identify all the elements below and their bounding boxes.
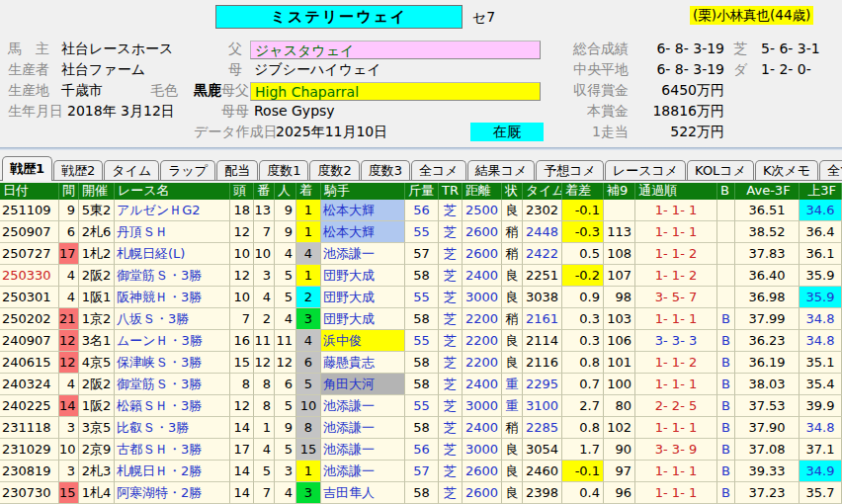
cell-jk[interactable]: 池添謙一	[321, 439, 405, 461]
tab-度数2[interactable]: 度数2	[309, 160, 359, 180]
cell-n3: 5	[275, 439, 296, 461]
cell-go: 稍	[502, 417, 523, 439]
cell-race[interactable]: 阪神競Ｈ・3勝	[115, 287, 230, 308]
cell-race[interactable]: 古都ＳＨ・3勝	[115, 439, 230, 461]
race-history-row[interactable]: 240907123名1ムーンＨ・3勝1611114浜中俊55芝2200良2114…	[0, 330, 842, 352]
race-history-row[interactable]: 24032442阪2御堂筋Ｓ・3勝8865角田大河58芝2400重22950.7…	[0, 374, 842, 395]
cell-jk[interactable]: 団野大成	[321, 265, 405, 287]
cell-race[interactable]: 御堂筋Ｓ・3勝	[115, 265, 230, 287]
cell-jk[interactable]: 団野大成	[321, 287, 405, 308]
tab-予想コメ[interactable]: 予想コメ	[536, 160, 604, 180]
cell-date: 250301	[0, 287, 59, 308]
sire-value[interactable]: ジャスタウェイ	[250, 41, 541, 59]
cell-jk[interactable]: 吉田隼人	[321, 482, 405, 504]
column-header-l3[interactable]: 上3F	[800, 183, 842, 200]
cell-jk[interactable]: 松本大輝	[321, 221, 405, 243]
race-history-row[interactable]: 25090762札6丹頂ＳＨ12791松本大輝55芝2600稍2448-0.31…	[0, 221, 842, 243]
cell-race[interactable]: 丹頂ＳＨ	[115, 221, 230, 243]
cell-race[interactable]: 比叡Ｓ・3勝	[115, 417, 230, 439]
damsire-value[interactable]: High Chaparral	[250, 82, 541, 101]
cell-idx: 113	[604, 221, 635, 243]
tab-戦歴2[interactable]: 戦歴2	[53, 160, 103, 180]
column-header-diff[interactable]: 着差	[562, 183, 604, 200]
cell-jk[interactable]: 藤懸貴志	[321, 352, 405, 374]
race-history-row[interactable]: 250202211京2八坂Ｓ・3勝7243団野大成58芝2200稍21610.3…	[0, 308, 842, 330]
cell-jk[interactable]: 池添謙一	[321, 395, 405, 417]
cell-race[interactable]: アルゼンＨG2	[115, 200, 230, 221]
race-history-row[interactable]: 240615124京5保津峡Ｓ・3勝1512126藤懸貴志58芝2200良211…	[0, 352, 842, 374]
cell-diff: 0.3	[562, 330, 604, 352]
race-history-row[interactable]: 230730151札4阿寒湖特・2勝14743吉田隼人58芝2600良23980…	[0, 482, 842, 504]
cell-race[interactable]: 札幌日Ｈ・2勝	[115, 461, 230, 482]
race-history-row[interactable]: 23081932札3札幌日Ｈ・2勝14531池添謙一57芝2600良2460-0…	[0, 461, 842, 482]
race-history-row[interactable]: 25033042阪2御堂筋Ｓ・3勝12351団野大成58芝2400良2251-0…	[0, 265, 842, 287]
tab-ラップ[interactable]: ラップ	[160, 160, 215, 180]
cell-pass: 1- 1- 1	[635, 482, 717, 504]
tab-度数1[interactable]: 度数1	[259, 160, 308, 180]
cell-meet: 2京9	[79, 439, 115, 461]
cell-time: 3054	[523, 439, 562, 461]
cell-go: 良	[502, 482, 523, 504]
column-header-n3[interactable]: 人	[275, 183, 296, 200]
column-header-a3[interactable]: Ave-3F	[735, 183, 800, 200]
cell-race[interactable]: 保津峡Ｓ・3勝	[115, 352, 230, 374]
tab-全て[interactable]: 全て	[819, 160, 842, 180]
cell-jk[interactable]: 松本大輝	[321, 200, 405, 221]
per-start-value: 522万円	[635, 124, 724, 141]
column-header-go[interactable]: 状	[502, 183, 523, 200]
column-header-fin[interactable]: 着	[296, 183, 321, 200]
race-history-row[interactable]: 25110995東2アルゼンＨG2181391松本大輝56芝2500良2302-…	[0, 200, 842, 221]
cell-race[interactable]: ムーンＨ・3勝	[115, 330, 230, 352]
cell-jk[interactable]: 池添謙一	[321, 417, 405, 439]
column-header-time[interactable]: タイム	[523, 183, 562, 200]
cell-go: 良	[502, 287, 523, 308]
cell-jk[interactable]: 浜中俊	[321, 330, 405, 352]
tab-配当[interactable]: 配当	[216, 160, 258, 180]
column-header-race[interactable]: レース名	[115, 183, 230, 200]
column-header-idx[interactable]: 補9	[604, 183, 635, 200]
race-history-row[interactable]: 231029102京9古都ＳＨ・3勝174515池添謙一56芝3000良3054…	[0, 439, 842, 461]
tab-戦歴1[interactable]: 戦歴1	[2, 156, 52, 181]
cell-race[interactable]: 八坂Ｓ・3勝	[115, 308, 230, 330]
cell-race[interactable]: 阿寒湖特・2勝	[115, 482, 230, 504]
column-header-meet[interactable]: 開催	[79, 183, 115, 200]
tab-KOLコメ[interactable]: KOLコメ	[687, 160, 754, 180]
cell-b: B	[717, 395, 735, 417]
cell-wt: 58	[405, 482, 439, 504]
tab-結果コメ[interactable]: 結果コメ	[467, 160, 536, 180]
column-header-dist[interactable]: 距離	[463, 183, 502, 200]
tab-タイム[interactable]: タイム	[104, 160, 159, 180]
column-header-b[interactable]: B	[717, 183, 735, 200]
column-header-pass[interactable]: 通過順	[635, 183, 717, 200]
column-header-date[interactable]: 日付	[0, 183, 59, 200]
cell-race[interactable]: 札幌日経(L)	[115, 243, 230, 265]
race-history-table: 日付間開催レース名頭番人着騎手斤量TR距離状タイム着差補9通過順BAve-3F上…	[0, 183, 842, 504]
column-header-wt[interactable]: 斤量	[405, 183, 439, 200]
cell-jk[interactable]: 池添謙一	[321, 243, 405, 265]
race-history-row[interactable]: 23111833京5比叡Ｓ・3勝14198池添謙一58芝2400稍22850.8…	[0, 417, 842, 439]
tab-度数3[interactable]: 度数3	[361, 160, 410, 180]
race-history-row[interactable]: 25030141阪1阪神競Ｈ・3勝10452団野大成55芝3000良30380.…	[0, 287, 842, 308]
cell-time: 2295	[523, 374, 562, 395]
cell-jk[interactable]: 池添謙一	[321, 461, 405, 482]
column-header-gap[interactable]: 間	[59, 183, 79, 200]
tab-全コメ[interactable]: 全コメ	[411, 160, 466, 180]
cell-tr: 芝	[439, 221, 463, 243]
column-header-n2[interactable]: 番	[254, 183, 275, 200]
column-header-n1[interactable]: 頭	[230, 183, 254, 200]
tab-K次メモ[interactable]: K次メモ	[755, 160, 818, 180]
tab-レースコメ[interactable]: レースコメ	[605, 160, 686, 180]
cell-jk[interactable]: 団野大成	[321, 308, 405, 330]
column-header-jk[interactable]: 騎手	[321, 183, 405, 200]
cell-jk[interactable]: 角田大河	[321, 374, 405, 395]
cell-diff: 0.3	[562, 308, 604, 330]
column-header-tr[interactable]: TR	[439, 183, 463, 200]
cell-wt: 55	[405, 287, 439, 308]
cell-dist: 2400	[463, 417, 502, 439]
birthplace-value: 千歳市	[61, 82, 103, 100]
race-history-row[interactable]: 240225141阪2松籟ＳＨ・3勝128510池添謙一55芝3000重3100…	[0, 395, 842, 417]
race-history-row[interactable]: 250727171札2札幌日経(L)101044池添謙一57芝2600稍2422…	[0, 243, 842, 265]
cell-race[interactable]: 御堂筋Ｓ・3勝	[115, 374, 230, 395]
cell-meet: 1京2	[79, 308, 115, 330]
cell-race[interactable]: 松籟ＳＨ・3勝	[115, 395, 230, 417]
